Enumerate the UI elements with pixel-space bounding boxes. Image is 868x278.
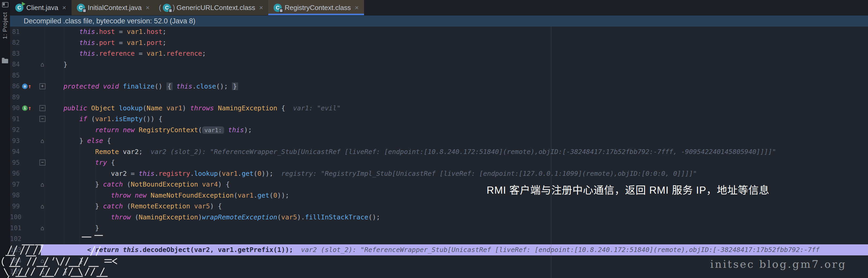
line-number[interactable]: 84 [10,61,20,68]
fold-collapse-icon[interactable]: − [39,160,45,166]
code-line-102[interactable]: 102 [10,234,868,245]
line-number[interactable]: 98 [10,192,20,199]
line-number[interactable]: 90 [10,104,20,112]
code-line-81[interactable]: 81 this.host = var1.host; [10,26,868,37]
code-token: public [63,104,87,112]
editor-lines: 81 this.host = var1.host;82 this.port = … [10,26,868,277]
indent [48,257,79,265]
line-number[interactable]: 93 [10,137,20,144]
code-line-95[interactable]: 95− try { [10,157,868,168]
code-token [162,104,166,112]
code-token: . [111,115,115,123]
code-line-91[interactable]: 91− if (var1.isEmpty()) { [10,113,868,125]
tab-initialcontext-java[interactable]: CInitialContext.java× [71,0,155,15]
code-token: NamingException [218,104,277,112]
folded-brace-chip: } [232,82,238,90]
code-token: host [147,28,162,35]
line-number[interactable]: 82 [10,39,20,46]
line-number[interactable]: 92 [10,126,20,134]
code-line-86[interactable]: 86o↑+ protected void finalize() { this.c… [10,81,868,92]
code-token: var2 [111,170,127,177]
right-margin-guide [551,26,551,278]
compiled-overlay-icon [83,9,86,12]
line-number[interactable]: 105 [10,268,20,275]
code-line-101[interactable]: 101⌂ } [10,222,868,234]
code-token: = [115,28,127,35]
code-token: this [228,126,244,134]
overrides-gutter-icon[interactable]: o [22,83,28,89]
line-number[interactable]: 97 [10,181,20,188]
decompiler-banner: Decompiled .class file, bytecode version… [10,15,868,27]
code-token: this [79,28,95,35]
code-token: ; [162,39,166,46]
code-line-90[interactable]: 90i↑− public Object lookup(Name var1) th… [10,103,868,114]
code-line-85[interactable]: 85 [10,70,868,81]
up-arrow-gutter-icon[interactable]: ↑ [28,83,32,90]
code-token: = [115,39,127,46]
fold-end-icon[interactable]: ⌂ [40,137,44,144]
tool-window-icon[interactable] [2,2,8,7]
code-token: protected [63,82,99,90]
code-line-94[interactable]: 94 Remote var2; var2 (slot_2): "Referenc… [10,146,868,158]
debugger-inline-hint: var2 (slot_2): "ReferenceWrapper_Stub[Un… [143,148,776,155]
fold-end-icon[interactable]: ⌂ [40,203,44,210]
code-line-100[interactable]: 100 throw (NamingException)wrapRemoteExc… [10,212,868,223]
tab-close-icon[interactable]: × [355,4,359,12]
line-number[interactable]: 103 [10,246,20,253]
code-line-92[interactable]: 92 return new RegistryContext(var1: this… [10,125,868,136]
line-number[interactable]: 99 [10,203,20,210]
line-number[interactable]: 81 [10,28,20,35]
line-number[interactable]: 94 [10,148,20,155]
line-number[interactable]: 85 [10,72,20,79]
fold-end-icon[interactable]: ⌂ [40,268,44,275]
tab-close-icon[interactable]: × [62,4,66,12]
fold-expand-icon[interactable]: + [39,83,45,89]
fold-column: − [34,105,48,111]
code-line-103[interactable]: 103 < return this.decodeObject(var2, var… [10,244,868,255]
tab-close-icon[interactable]: × [259,4,263,12]
line-number[interactable]: 102 [10,235,20,243]
code-token: Remote [95,148,119,155]
code-line-82[interactable]: 82 this.port = var1.port; [10,37,868,48]
code-text: } [48,224,868,232]
tab-client-java[interactable]: CClient.java× [10,0,71,15]
tab-label: Client.java [26,4,58,12]
line-number[interactable]: 101 [10,224,20,232]
code-line-84[interactable]: 84⌂ } [10,59,868,70]
code-editor[interactable]: 81 this.host = var1.host;82 this.port = … [10,26,868,278]
line-number[interactable]: 91 [10,115,20,123]
fold-end-icon[interactable]: ⌂ [40,257,44,264]
code-line-83[interactable]: 83 this.reference = var1.reference; [10,48,868,59]
fold-collapse-icon[interactable]: − [39,116,45,122]
line-number[interactable]: 89 [10,94,20,101]
code-token: var1 [238,192,254,199]
tab-registrycontext-class[interactable]: CRegistryContext.class× [268,0,364,15]
implements-gutter-icon[interactable]: i [22,105,28,111]
fold-end-icon[interactable]: ⌂ [40,181,44,188]
tab-close-icon[interactable]: × [146,4,150,12]
code-token: lookup [119,104,143,112]
code-token: ; [162,28,166,35]
fold-end-icon[interactable]: ⌂ [40,225,44,232]
code-line-89[interactable]: 89 [10,92,868,103]
tab-genericurlcontext-class[interactable]: (C)GenericURLContext.class× [155,0,268,15]
fold-end-icon[interactable]: ⌂ [40,61,44,68]
fold-collapse-icon[interactable]: − [39,105,45,111]
code-line-99[interactable]: 99⌂ } catch (RemoteException var5) { [10,201,868,212]
line-number[interactable]: 83 [10,50,20,57]
line-number[interactable]: 95 [10,159,20,166]
line-number[interactable]: 100 [10,213,20,221]
code-line-96[interactable]: 96 var2 = this.registry.lookup(var1.get(… [10,168,868,179]
up-arrow-gutter-icon[interactable]: ↑ [28,105,32,111]
line-number[interactable]: 104 [10,257,20,264]
code-token: ) { [210,202,222,210]
folder-icon[interactable] [2,59,8,63]
code-line-93[interactable]: 93⌂ } else { [10,135,868,146]
code-token: return [95,246,119,253]
code-token [119,148,123,155]
line-number[interactable]: 86 [10,82,20,90]
code-text: var2 = this.registry.lookup(var1.get(0))… [48,170,868,177]
line-number[interactable]: 96 [10,170,20,177]
code-token: . [238,170,242,177]
project-tool-window-button[interactable]: 1: Project [2,12,8,39]
